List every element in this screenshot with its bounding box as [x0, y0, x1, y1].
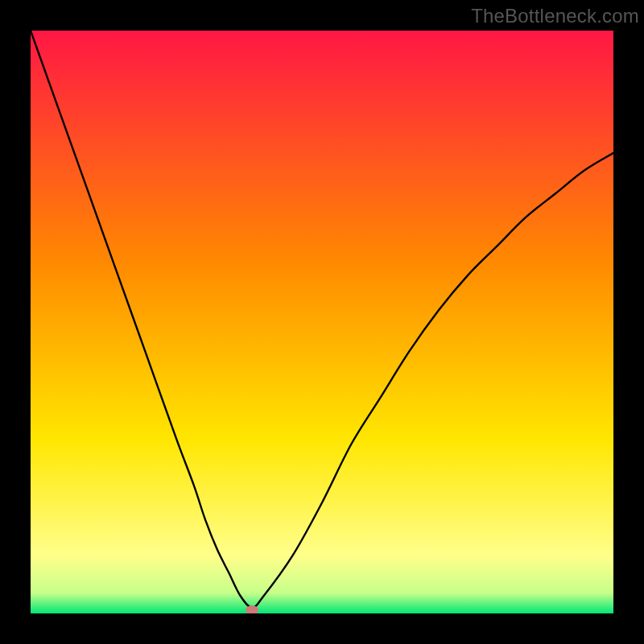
- plot-area: [31, 31, 613, 613]
- watermark: TheBottleneck.com: [471, 5, 639, 27]
- chart-container: TheBottleneck.com: [0, 0, 644, 644]
- bottleneck-curve: [31, 31, 613, 613]
